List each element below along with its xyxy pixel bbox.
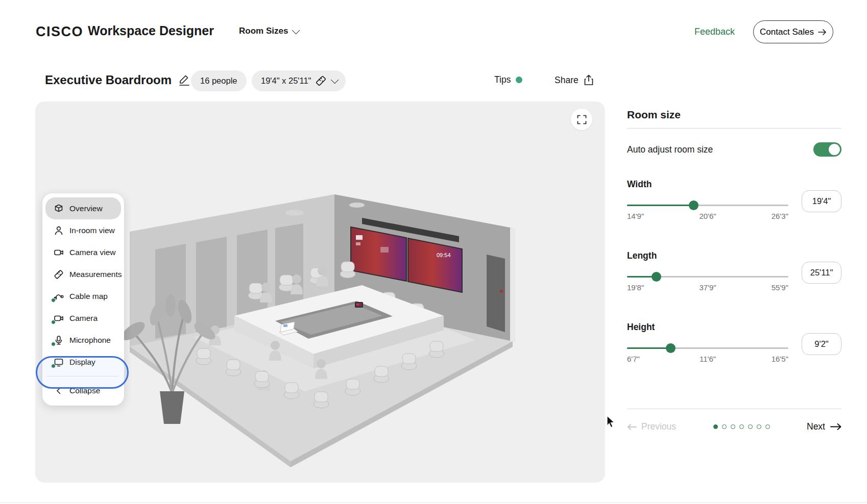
width-value-input[interactable]: 19'4" xyxy=(802,190,841,212)
divider xyxy=(627,409,841,409)
display-icon xyxy=(53,357,64,367)
menu-divider xyxy=(47,376,119,376)
cisco-logo: CISCO xyxy=(36,24,83,40)
edit-pencil-icon[interactable] xyxy=(179,74,190,86)
menu-item-camera-view[interactable]: Camera view xyxy=(45,241,121,263)
length-label: Length xyxy=(627,250,841,261)
pager-dot[interactable] xyxy=(722,424,727,429)
status-dot xyxy=(51,342,56,346)
chevron-down-icon xyxy=(331,76,339,84)
menu-item-in-room-view[interactable]: In-room view xyxy=(45,219,121,241)
auto-adjust-toggle[interactable] xyxy=(813,142,841,157)
fullscreen-button[interactable] xyxy=(571,109,592,130)
capacity-badge: 16 people xyxy=(191,70,247,91)
menu-label: Microphone xyxy=(69,336,111,345)
length-value-input[interactable]: 25'11" xyxy=(802,262,841,284)
pager-dot[interactable] xyxy=(757,424,761,429)
display-clock: 09:54 xyxy=(437,252,451,258)
ruler-icon xyxy=(316,75,326,86)
length-slider-block: Length 19'8" 37'9" 55'9" 25'11" xyxy=(627,250,841,299)
room-3d-viewport[interactable]: 09:54 xyxy=(35,102,605,483)
contact-sales-label: Contact Sales xyxy=(760,27,814,37)
width-slider[interactable] xyxy=(627,200,788,210)
room-size-panel: Room size Auto adjust room size Width 14… xyxy=(627,102,841,432)
menu-item-display[interactable]: Display xyxy=(45,351,121,373)
expand-icon xyxy=(577,115,587,124)
ruler-icon xyxy=(53,269,64,280)
pagination-dots xyxy=(713,424,770,429)
width-slider-block: Width 14'9" 20'6" 26'3" 19'4" xyxy=(627,179,841,228)
pager-dot[interactable] xyxy=(765,424,770,429)
height-slider[interactable] xyxy=(627,343,788,352)
status-dot xyxy=(51,364,56,368)
width-label: Width xyxy=(627,179,841,190)
tips-status-dot xyxy=(516,77,522,83)
room-sizes-dropdown[interactable]: Room Sizes xyxy=(239,26,298,36)
height-value-input[interactable]: 9'2" xyxy=(802,333,841,355)
arrow-left-icon xyxy=(627,423,637,431)
arrow-right-icon xyxy=(830,423,841,431)
menu-item-overview[interactable]: Overview xyxy=(45,197,121,219)
tick-mid: 20'6" xyxy=(699,212,716,220)
previous-button[interactable]: Previous xyxy=(627,421,676,432)
pager-dot[interactable] xyxy=(748,424,753,429)
menu-item-measurements[interactable]: Measurements xyxy=(45,263,121,285)
menu-label: Camera view xyxy=(69,248,115,257)
menu-label: Cable map xyxy=(69,292,108,301)
menu-item-cable-map[interactable]: Cable map xyxy=(45,285,121,307)
menu-label: Camera xyxy=(69,314,98,323)
length-slider-thumb[interactable] xyxy=(652,272,661,282)
slider-fill xyxy=(627,205,693,206)
previous-label: Previous xyxy=(641,421,676,432)
height-slider-block: Height 6'7" 11'6" 16'5" 9'2" xyxy=(627,322,841,371)
status-dot xyxy=(51,298,56,303)
menu-label: Display xyxy=(69,358,95,367)
share-button[interactable]: Share xyxy=(555,74,594,86)
dimensions-label: 19'4" x 25'11" xyxy=(261,76,311,86)
pager-dot[interactable] xyxy=(739,424,744,429)
cable-icon xyxy=(53,291,64,301)
share-icon xyxy=(584,74,594,86)
toggle-knob xyxy=(829,144,840,155)
door xyxy=(487,255,505,332)
status-dot xyxy=(51,320,56,324)
height-label: Height xyxy=(627,322,841,333)
table-touch-controller xyxy=(355,302,363,308)
contact-sales-button[interactable]: Contact Sales xyxy=(753,20,833,43)
menu-item-microphone[interactable]: Microphone xyxy=(45,329,121,351)
tick-max: 55'9" xyxy=(772,283,788,292)
dimensions-badge[interactable]: 19'4" x 25'11" xyxy=(252,70,346,91)
tick-min: 6'7" xyxy=(627,355,640,363)
camera-icon xyxy=(53,247,64,258)
menu-label: In-room view xyxy=(69,226,115,235)
next-label: Next xyxy=(807,421,825,432)
pager-dot[interactable] xyxy=(713,424,718,429)
chevron-left-icon xyxy=(53,385,64,396)
menu-item-collapse[interactable]: Collapse xyxy=(45,380,121,401)
length-slider[interactable] xyxy=(627,272,788,281)
feedback-link[interactable]: Feedback xyxy=(694,27,735,37)
height-slider-thumb[interactable] xyxy=(666,343,676,353)
room-sizes-label: Room Sizes xyxy=(239,26,288,36)
tips-button[interactable]: Tips xyxy=(494,74,522,85)
app-title: Workspace Designer xyxy=(88,23,214,38)
page-bottom-divider xyxy=(0,502,867,503)
pager-dot[interactable] xyxy=(731,424,735,429)
app-header: CISCO Workspace Designer Room Sizes Feed… xyxy=(0,0,867,55)
tick-max: 16'5" xyxy=(772,355,788,363)
share-label: Share xyxy=(555,75,579,86)
mic-icon xyxy=(53,335,64,345)
auto-adjust-label: Auto adjust room size xyxy=(627,144,713,155)
menu-label: Collapse xyxy=(69,386,100,395)
mouse-cursor xyxy=(606,415,617,429)
cube-icon xyxy=(53,203,64,214)
person-icon xyxy=(53,225,64,236)
panel-title: Room size xyxy=(627,109,841,121)
room-name: Executive Boardroom xyxy=(45,73,172,87)
menu-item-camera[interactable]: Camera xyxy=(45,307,121,329)
menu-label: Overview xyxy=(69,204,103,213)
width-slider-thumb[interactable] xyxy=(689,200,699,210)
next-button[interactable]: Next xyxy=(807,421,841,432)
tick-mid: 11'6" xyxy=(700,355,716,363)
room-title-row: Executive Boardroom xyxy=(45,73,190,87)
